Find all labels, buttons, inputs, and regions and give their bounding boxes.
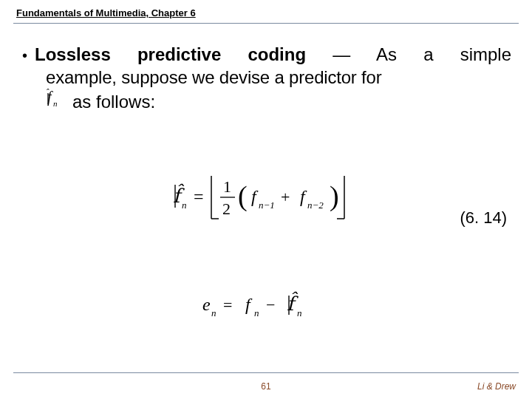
eq1-floor-left	[211, 176, 219, 219]
eq2-t1-sub: n	[254, 307, 259, 318]
authors: Li & Drew	[477, 381, 516, 392]
eq1-t1-f: f	[251, 187, 259, 206]
term-bold: Lossless predictive coding	[35, 44, 306, 64]
eq1-equals: =	[194, 187, 204, 206]
line1-rest: As a simple	[376, 44, 511, 64]
eq1-frac-num: 1	[223, 177, 231, 196]
bullet-line-1: • Lossless predictive coding — As a simp…	[21, 43, 511, 66]
running-header: Fundamentals of Multimedia, Chapter 6	[16, 7, 196, 18]
eq2-minus: −	[266, 296, 275, 314]
equation-1: f̂ n = 1 2 ( f n−1 + f n−2 )	[0, 170, 532, 228]
line3-rest: as follows:	[72, 90, 155, 113]
header-rule	[13, 23, 519, 24]
fhat-icon: f ˆ n	[46, 89, 64, 108]
svg-text:n: n	[53, 99, 58, 108]
page-number: 61	[0, 381, 532, 392]
eq2-equals: =	[223, 296, 232, 314]
slide: Fundamentals of Multimedia, Chapter 6 • …	[0, 0, 532, 399]
eq2-lhs-sub: n	[211, 307, 216, 318]
eq2-t1-f: f	[245, 295, 253, 314]
bullet-text-line3: f ˆ n as follows:	[46, 89, 511, 113]
body-content: • Lossless predictive coding — As a simp…	[21, 43, 511, 114]
bullet-text-line2: example, suppose we devise a predictor f…	[46, 66, 511, 89]
equation-2-svg: e n = f n − f̂ n	[192, 288, 340, 322]
eq2-lhs-e: e	[202, 295, 211, 314]
footer-rule	[13, 372, 519, 373]
eq2-t2-sub: n	[297, 307, 302, 318]
bullet-marker: •	[22, 46, 27, 65]
eq1-lhs-sub: n	[182, 200, 187, 211]
equation-2: e n = f n − f̂ n	[0, 288, 532, 325]
bullet-text-line1: Lossless predictive coding — As a simple	[35, 43, 511, 66]
eq1-close: )	[330, 180, 339, 212]
dash: —	[306, 44, 376, 64]
eq1-t2-sub: n−2	[307, 200, 324, 211]
equation-1-svg: f̂ n = 1 2 ( f n−1 + f n−2 )	[163, 170, 369, 225]
symbol-fhat-n: f ˆ n	[46, 89, 64, 112]
eq1-plus: +	[281, 188, 290, 206]
eq1-t1-sub: n−1	[259, 200, 275, 211]
equation-number: (6. 14)	[460, 208, 507, 228]
eq1-frac-den: 2	[222, 200, 231, 218]
eq1-open: (	[238, 180, 248, 212]
eq1-t2-f: f	[300, 187, 307, 206]
